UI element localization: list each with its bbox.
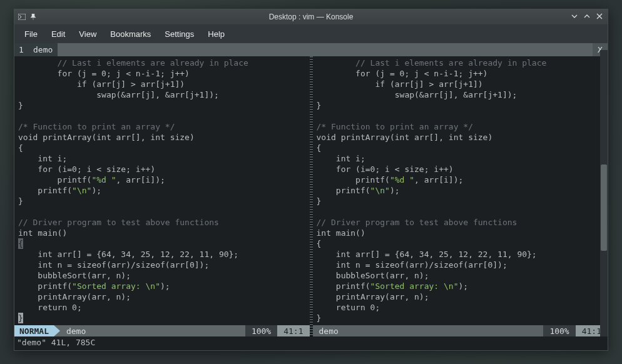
menubar: File Edit View Bookmarks Settings Help bbox=[14, 24, 608, 43]
statusline-percent: 100% bbox=[543, 325, 575, 336]
statusline-filename: demo bbox=[313, 326, 345, 336]
statusline-position: 41:1 bbox=[277, 325, 309, 336]
right-statusline: demo 100% 41:1 bbox=[313, 325, 608, 336]
konsole-window: Desktop : vim — Konsole File Edit View B… bbox=[14, 9, 608, 351]
menu-settings[interactable]: Settings bbox=[158, 27, 200, 41]
statusline-percent: 100% bbox=[245, 325, 277, 336]
minimize-button[interactable] bbox=[571, 13, 578, 21]
tab-index[interactable]: 1 bbox=[14, 43, 28, 56]
mode-indicator: NORMAL bbox=[14, 325, 54, 336]
terminal-icon bbox=[18, 13, 26, 21]
window-title: Desktop : vim — Konsole bbox=[14, 13, 608, 21]
right-code[interactable]: // Last i elements are already in place … bbox=[313, 56, 608, 325]
menu-view[interactable]: View bbox=[73, 27, 103, 41]
left-statusline: NORMAL demo 100% 41:1 bbox=[14, 325, 310, 336]
maximize-button[interactable] bbox=[584, 13, 590, 21]
tab-name[interactable]: demo bbox=[28, 43, 58, 56]
eof-marker: } bbox=[18, 313, 23, 323]
pin-icon[interactable] bbox=[29, 13, 37, 21]
left-pane[interactable]: // Last i elements are already in place … bbox=[14, 56, 310, 336]
tab-fill bbox=[58, 43, 593, 56]
menu-edit[interactable]: Edit bbox=[45, 27, 71, 41]
vim-tabbar: 1 demo X bbox=[14, 43, 608, 56]
menu-help[interactable]: Help bbox=[201, 27, 231, 41]
menu-bookmarks[interactable]: Bookmarks bbox=[104, 27, 157, 41]
svg-rect-0 bbox=[18, 14, 26, 20]
command-line[interactable]: "demo" 41L, 785C bbox=[14, 336, 608, 350]
editor-area: // Last i elements are already in place … bbox=[14, 56, 608, 336]
terminal-scrollbar[interactable] bbox=[600, 50, 608, 336]
menu-file[interactable]: File bbox=[18, 27, 44, 41]
titlebar: Desktop : vim — Konsole bbox=[14, 9, 608, 24]
mode-arrow-icon bbox=[54, 325, 60, 336]
cursor: { bbox=[18, 238, 23, 249]
left-code[interactable]: // Last i elements are already in place … bbox=[14, 56, 310, 325]
right-pane[interactable]: // Last i elements are already in place … bbox=[313, 56, 608, 336]
statusline-filename: demo bbox=[60, 326, 92, 336]
close-button[interactable] bbox=[596, 13, 603, 21]
scrollbar-thumb[interactable] bbox=[601, 164, 607, 250]
